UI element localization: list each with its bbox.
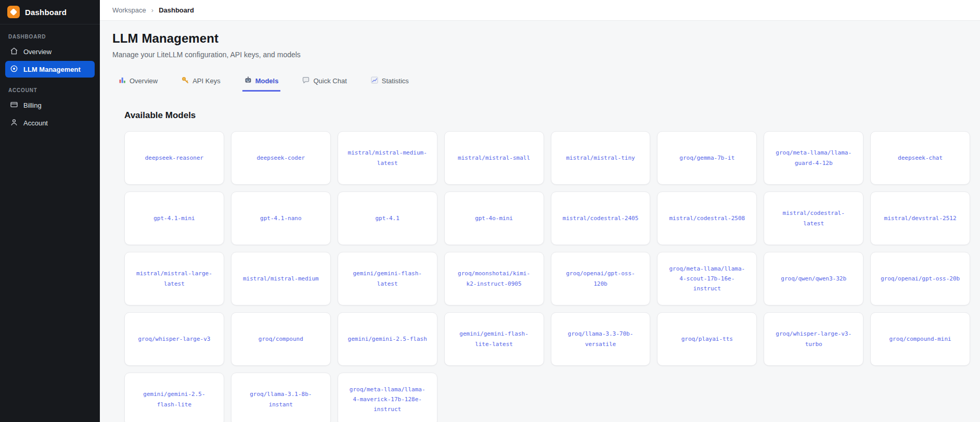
sidebar-item-overview[interactable]: Overview (5, 43, 95, 60)
model-card[interactable]: groq/openai/gpt-oss-120b (551, 252, 651, 305)
model-card[interactable]: groq/openai/gpt-oss-20b (870, 252, 970, 305)
model-name: mistral/mistral-large-latest (133, 268, 215, 289)
sidebar-item-llm-management[interactable]: LLM Management (5, 61, 95, 78)
model-card[interactable]: gpt-4.1-nano (231, 191, 331, 245)
model-name: groq/llama-3.1-8b-instant (240, 389, 322, 410)
model-card[interactable]: deepseek-reasoner (124, 131, 224, 185)
app-logo[interactable]: Dashboard (0, 0, 100, 24)
model-card[interactable]: gemini/gemini-2.5-flash (338, 312, 437, 366)
model-card[interactable]: mistral/devstral-2512 (870, 191, 970, 245)
line-chart-icon (371, 76, 378, 85)
tab-overview[interactable]: Overview (117, 76, 160, 92)
sidebar-item-label: LLM Management (23, 66, 81, 73)
model-name: groq/meta-llama/llama-guard-4-12b (772, 148, 855, 168)
sidebar-item-label: Account (23, 119, 48, 127)
model-card[interactable]: groq/compound-mini (870, 312, 970, 366)
chat-bubble-icon (302, 76, 310, 85)
model-card[interactable]: groq/llama-3.1-8b-instant (231, 373, 331, 422)
model-card[interactable]: gpt-4.1-mini (124, 191, 224, 245)
page-subtitle: Manage your LiteLLM configuration, API k… (112, 50, 970, 59)
model-name: gemini/gemini-flash-latest (346, 268, 429, 289)
model-card[interactable]: mistral/codestral-2405 (551, 191, 651, 245)
page-content: LLM Management Manage your LiteLLM confi… (100, 21, 980, 422)
model-card[interactable]: groq/whisper-large-v3 (124, 312, 224, 366)
model-name: gemini/gemini-2.5-flash-lite (133, 389, 215, 410)
model-card[interactable]: groq/meta-llama/llama-guard-4-12b (764, 131, 863, 185)
model-card[interactable]: groq/compound (231, 312, 331, 366)
credit-card-icon (10, 100, 18, 110)
model-card[interactable]: mistral/mistral-large-latest (124, 252, 224, 305)
model-name: gpt-4.1 (376, 213, 399, 223)
model-card[interactable]: deepseek-chat (870, 131, 970, 185)
model-card[interactable]: groq/playai-tts (657, 312, 757, 366)
model-card[interactable]: mistral/codestral-2508 (657, 191, 757, 245)
model-name: groq/llama-3.3-70b-versatile (560, 329, 642, 349)
model-card[interactable]: mistral/mistral-small (444, 131, 544, 185)
diamond-logo-icon (7, 6, 20, 18)
main-area: Workspace › Dashboard LLM Management Man… (100, 0, 980, 422)
model-card[interactable]: deepseek-coder (231, 131, 331, 185)
target-icon (10, 65, 18, 74)
model-name: groq/meta-llama/llama-4-scout-17b-16e-in… (666, 264, 748, 294)
model-name: mistral/codestral-2508 (669, 213, 745, 223)
model-card[interactable]: groq/whisper-large-v3-turbo (764, 312, 863, 366)
model-name: gemini/gemini-flash-lite-latest (453, 329, 535, 349)
model-card[interactable]: gemini/gemini-2.5-flash-lite (124, 373, 224, 422)
model-card[interactable]: groq/moonshotai/kimi-k2-instruct-0905 (444, 252, 544, 305)
model-name: groq/playai-tts (681, 334, 733, 344)
model-card[interactable]: groq/llama-3.3-70b-versatile (551, 312, 651, 366)
breadcrumb-dashboard: Dashboard (159, 6, 194, 14)
topbar: Workspace › Dashboard (100, 0, 980, 21)
model-name: groq/compound (259, 334, 303, 344)
model-card[interactable]: groq/meta-llama/llama-4-scout-17b-16e-in… (657, 252, 757, 305)
page-title: LLM Management (112, 31, 970, 46)
tab-label: Quick Chat (313, 77, 346, 85)
chevron-right-icon: › (151, 6, 153, 14)
models-grid: deepseek-reasoner deepseek-coder mistral… (124, 131, 970, 422)
model-name: groq/openai/gpt-oss-120b (560, 268, 642, 289)
model-name: mistral/mistral-small (458, 153, 530, 163)
sidebar-item-label: Overview (23, 48, 51, 56)
model-card[interactable]: mistral/mistral-medium-latest (338, 131, 437, 185)
model-card[interactable]: mistral/mistral-medium (231, 252, 331, 305)
app-title: Dashboard (25, 8, 67, 17)
model-card[interactable]: gemini/gemini-flash-latest (338, 252, 437, 305)
model-name: groq/whisper-large-v3-turbo (772, 329, 855, 349)
bar-chart-icon (119, 76, 126, 85)
model-name: mistral/codestral-2405 (563, 213, 639, 223)
tab-label: Statistics (382, 77, 409, 85)
model-name: mistral/codestral-latest (772, 208, 855, 228)
model-card[interactable]: gemini/gemini-flash-lite-latest (444, 312, 544, 366)
model-name: groq/qwen/qwen3-32b (781, 274, 846, 284)
model-card[interactable]: mistral/codestral-latest (764, 191, 863, 245)
model-name: gpt-4.1-mini (153, 213, 195, 223)
tab-quick-chat[interactable]: Quick Chat (300, 76, 349, 92)
tab-statistics[interactable]: Statistics (369, 76, 411, 92)
model-card[interactable]: mistral/mistral-tiny (551, 131, 651, 185)
model-name: deepseek-coder (256, 153, 305, 163)
user-icon (10, 118, 18, 128)
model-card[interactable]: groq/meta-llama/llama-4-maverick-17b-128… (338, 373, 437, 422)
sidebar-item-account[interactable]: Account (5, 114, 95, 131)
tab-label: Overview (130, 77, 158, 85)
model-card[interactable]: groq/qwen/qwen3-32b (764, 252, 863, 305)
model-card[interactable]: gpt-4.1 (338, 191, 437, 245)
tab-bar: Overview API Keys Models Quick Chat (117, 76, 970, 92)
model-name: gpt-4o-mini (475, 213, 513, 223)
home-icon (10, 47, 18, 57)
breadcrumb: Workspace › Dashboard (112, 6, 194, 14)
sidebar-item-billing[interactable]: Billing (5, 97, 95, 113)
model-name: groq/openai/gpt-oss-20b (881, 274, 960, 284)
sidebar-item-label: Billing (23, 101, 42, 109)
tab-api-keys[interactable]: API Keys (179, 76, 222, 92)
tab-models[interactable]: Models (242, 76, 281, 92)
sidebar-section-account-label: ACCOUNT (8, 87, 92, 93)
model-name: groq/gemma-7b-it (679, 153, 734, 163)
model-name: groq/whisper-large-v3 (138, 334, 210, 344)
model-card[interactable]: groq/gemma-7b-it (657, 131, 757, 185)
model-card[interactable]: gpt-4o-mini (444, 191, 544, 245)
robot-icon (244, 76, 252, 85)
model-name: gpt-4.1-nano (260, 213, 301, 223)
model-name: mistral/mistral-tiny (566, 153, 635, 163)
breadcrumb-workspace[interactable]: Workspace (112, 6, 146, 14)
